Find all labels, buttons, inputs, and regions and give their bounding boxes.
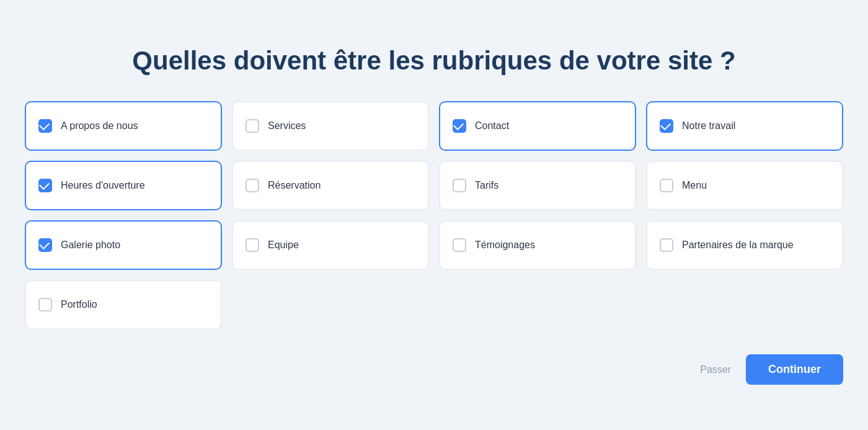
- card-label-galerie-photo: Galerie photo: [61, 239, 120, 252]
- card-label-temoignages: Témoignages: [475, 239, 535, 252]
- checkbox-galerie-photo[interactable]: [38, 238, 52, 252]
- card-label-contact: Contact: [475, 120, 509, 133]
- card-menu[interactable]: Menu: [646, 161, 843, 210]
- checkbox-reservation[interactable]: [246, 179, 259, 192]
- card-galerie-photo[interactable]: Galerie photo: [25, 220, 222, 270]
- card-equipe[interactable]: Equipe: [232, 220, 429, 270]
- checkbox-temoignages[interactable]: [453, 238, 466, 252]
- card-reservation[interactable]: Réservation: [232, 161, 429, 210]
- card-label-a-propos-de-nous: A propos de nous: [61, 120, 138, 133]
- card-label-heures-ouverture: Heures d'ouverture: [61, 179, 145, 192]
- card-tarifs[interactable]: Tarifs: [439, 161, 636, 210]
- card-heures-ouverture[interactable]: Heures d'ouverture: [25, 161, 222, 210]
- card-temoignages[interactable]: Témoignages: [439, 220, 636, 270]
- checkbox-equipe[interactable]: [246, 238, 259, 252]
- checkbox-services[interactable]: [246, 119, 259, 133]
- card-notre-travail[interactable]: Notre travail: [646, 101, 843, 151]
- card-label-partenaires: Partenaires de la marque: [682, 239, 794, 252]
- card-label-equipe: Equipe: [268, 239, 299, 252]
- card-contact[interactable]: Contact: [439, 101, 636, 151]
- checkbox-portfolio[interactable]: [38, 298, 52, 311]
- page-title: Quelles doivent être les rubriques de vo…: [25, 45, 843, 76]
- footer-actions: Passer Continuer: [25, 354, 843, 385]
- checkbox-contact[interactable]: [453, 119, 466, 133]
- card-portfolio[interactable]: Portfolio: [25, 280, 222, 329]
- card-label-reservation: Réservation: [268, 179, 321, 192]
- checkbox-partenaires[interactable]: [660, 238, 673, 252]
- card-label-menu: Menu: [682, 179, 707, 192]
- checkbox-heures-ouverture[interactable]: [38, 179, 52, 192]
- card-partenaires[interactable]: Partenaires de la marque: [646, 220, 843, 270]
- passer-button[interactable]: Passer: [700, 364, 731, 375]
- checkbox-a-propos-de-nous[interactable]: [38, 119, 52, 133]
- continuer-button[interactable]: Continuer: [746, 354, 843, 385]
- card-label-tarifs: Tarifs: [475, 179, 498, 192]
- checkbox-notre-travail[interactable]: [660, 119, 673, 133]
- card-label-notre-travail: Notre travail: [682, 120, 735, 133]
- checkbox-menu[interactable]: [660, 179, 673, 192]
- card-label-portfolio: Portfolio: [61, 298, 97, 311]
- card-label-services: Services: [268, 120, 306, 133]
- card-a-propos-de-nous[interactable]: A propos de nous: [25, 101, 222, 151]
- checkbox-tarifs[interactable]: [453, 179, 466, 192]
- options-grid: A propos de nousServicesContactNotre tra…: [25, 101, 843, 329]
- card-services[interactable]: Services: [232, 101, 429, 151]
